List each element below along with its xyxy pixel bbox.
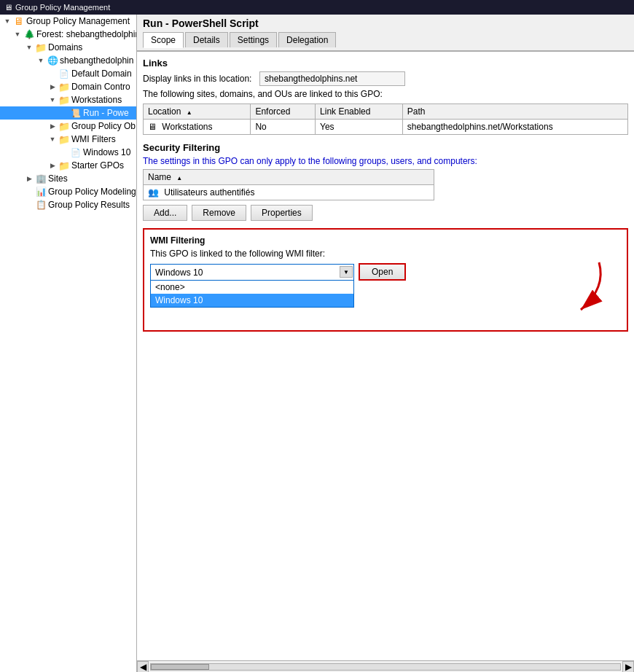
gpo-icon-default: 📄 (58, 68, 70, 79)
toggle-domains[interactable]: ▼ (23, 42, 35, 53)
security-buttons: Add... Remove Properties (143, 205, 628, 221)
wmi-option-windows10[interactable]: Windows 10 (151, 294, 353, 307)
toggle-run-power: ▶ (58, 107, 70, 119)
toggle-forest[interactable]: ▼ (12, 28, 23, 40)
folder-icon-wmi: 📁 (58, 133, 70, 145)
toggle-sites[interactable]: ▶ (23, 173, 35, 184)
display-links-value: shebangthedolphins.net (259, 71, 405, 86)
security-cell-name-text: Utilisateurs authentifiés (164, 187, 254, 198)
title-bar: 🖥 Group Policy Management (0, 0, 634, 15)
wmi-option-none[interactable]: <none> (151, 281, 353, 294)
security-cell-name: 👥 Utilisateurs authentifiés (144, 185, 434, 200)
toggle-workstations[interactable]: ▼ (47, 94, 58, 106)
open-button[interactable]: Open (359, 263, 406, 281)
security-section: Security Filtering The settings in this … (143, 142, 628, 221)
properties-button[interactable]: Properties (251, 205, 313, 221)
wmi-option-none-label: <none> (155, 282, 185, 292)
sidebar-label-domain-control: Domain Contro (71, 82, 130, 92)
main-container: ▼ 🖥 Group Policy Management ▼ 🌲 Forest: … (0, 15, 634, 672)
scrollbar-thumb[interactable] (151, 664, 209, 670)
remove-button[interactable]: Remove (192, 205, 246, 221)
domain-icon: 🌐 (47, 55, 58, 66)
sites-icon: 🏢 (35, 173, 47, 184)
col-location[interactable]: Location ▲ (144, 104, 251, 120)
toggle-domain1[interactable]: ▼ (35, 55, 47, 66)
sidebar-label-starter-gpos: Starter GPOs (71, 160, 124, 171)
sidebar-label-domains: Domains (48, 42, 82, 52)
sidebar-label-domain1: shebangthedolphin (60, 55, 133, 66)
table-row[interactable]: 🖥 Workstations No Yes shebangthedolphins… (144, 120, 628, 135)
wmi-note: This GPO is linked to the following WMI … (150, 249, 621, 259)
sidebar-label-gp-results: Group Policy Results (48, 200, 130, 210)
toggle-wmi-filters[interactable]: ▼ (47, 133, 58, 145)
sidebar-item-gp-results[interactable]: ▶ 📋 Group Policy Results (0, 198, 136, 211)
sidebar-item-default-domain[interactable]: ▶ 📄 Default Domain (0, 67, 136, 80)
sort-name-icon: ▲ (176, 175, 182, 181)
links-sub-note: The following sites, domains, and OUs ar… (143, 89, 628, 99)
col-name[interactable]: Name ▲ (144, 170, 434, 185)
security-title: Security Filtering (143, 142, 628, 153)
toggle-results: ▶ (23, 199, 35, 211)
toggle-gp-ob[interactable]: ▶ (47, 120, 58, 132)
security-table-row[interactable]: 👥 Utilisateurs authentifiés (144, 185, 434, 200)
col-path[interactable]: Path (402, 104, 627, 120)
tab-details[interactable]: Details (185, 32, 228, 47)
security-table-header: Name ▲ (144, 170, 434, 185)
sidebar-item-forest[interactable]: ▼ 🌲 Forest: shebangthedolphins (0, 28, 136, 41)
red-arrow-annotation (526, 259, 614, 324)
display-links-label: Display links in this location: (143, 74, 259, 84)
scrollbar-track[interactable] (150, 663, 621, 671)
toggle-default-domain: ▶ (47, 68, 58, 79)
content-body: Links Display links in this location: sh… (137, 51, 634, 660)
sidebar-item-domain-control[interactable]: ▶ 📁 Domain Contro (0, 80, 136, 93)
scroll-right-btn[interactable]: ▶ (622, 661, 634, 673)
toggle-domain-control[interactable]: ▶ (47, 81, 58, 93)
wmi-selected-value: Windows 10 (155, 267, 203, 278)
sidebar-label-windows10: Windows 10 (83, 147, 130, 157)
sidebar-label-workstations: Workstations (71, 95, 122, 105)
location-icon: 🖥 (148, 122, 157, 132)
domains-folder-icon: 📁 (35, 42, 47, 53)
tab-settings[interactable]: Settings (230, 32, 277, 47)
sidebar-item-sites[interactable]: ▶ 🏢 Sites (0, 172, 136, 185)
add-button[interactable]: Add... (143, 205, 187, 221)
gpm-icon: 🖥 (13, 15, 25, 27)
sidebar-item-gp-ob[interactable]: ▶ 📁 Group Policy Ob (0, 120, 136, 133)
sidebar-item-domain1[interactable]: ▼ 🌐 shebangthedolphin (0, 54, 136, 67)
wmi-option-windows10-label: Windows 10 (155, 295, 203, 305)
bottom-scrollbar[interactable]: ◀ ▶ (137, 660, 634, 672)
scroll-left-btn[interactable]: ◀ (137, 661, 149, 673)
sidebar-item-windows10[interactable]: ▶ 📄 Windows 10 (0, 146, 136, 159)
cell-enforced: No (251, 120, 316, 135)
cell-location: 🖥 Workstations (144, 120, 251, 135)
sidebar-label-gp-modeling: Group Policy Modeling (48, 187, 136, 197)
sidebar-item-workstations[interactable]: ▼ 📁 Workstations (0, 93, 136, 106)
sidebar-item-starter-gpos[interactable]: ▶ 📁 Starter GPOs (0, 159, 136, 172)
tab-scope[interactable]: Scope (143, 32, 184, 48)
wmi-dropdown-arrow-icon[interactable]: ▼ (340, 266, 353, 278)
sidebar-item-gp-modeling[interactable]: ▶ 📊 Group Policy Modeling (0, 185, 136, 198)
forest-icon: 🌲 (23, 28, 35, 40)
toggle-root[interactable]: ▼ (1, 15, 13, 27)
users-icon: 👥 (148, 187, 159, 198)
sidebar-label-sites: Sites (48, 173, 68, 184)
col-location-label: Location (148, 106, 181, 117)
content-header: Run - PowerShell Script Scope Details Se… (137, 15, 634, 51)
gpo-icon-win10: 📄 (70, 146, 82, 158)
sidebar-item-run-power[interactable]: ▶ 📜 Run - Powe (0, 106, 136, 120)
sidebar-item-domains[interactable]: ▼ 📁 Domains (0, 41, 136, 54)
sidebar-item-wmi-filters[interactable]: ▼ 📁 WMI Filters (0, 133, 136, 146)
toggle-starter-gpos[interactable]: ▶ (47, 160, 58, 171)
sidebar-label-default-domain: Default Domain (71, 69, 132, 79)
wmi-select-display[interactable]: Windows 10 ▼ (150, 264, 354, 280)
links-table: Location ▲ Enforced Link Enabled Path (143, 103, 628, 135)
col-enforced[interactable]: Enforced (251, 104, 316, 120)
wmi-select-container: Windows 10 ▼ <none> Windows 10 (150, 264, 354, 280)
security-note: The settings in this GPO can only apply … (143, 156, 628, 166)
results-icon: 📋 (35, 199, 47, 211)
sidebar-label-run-power: Run - Powe (83, 108, 129, 118)
folder-icon-starter: 📁 (58, 160, 70, 171)
col-link-enabled[interactable]: Link Enabled (316, 104, 403, 120)
tab-delegation[interactable]: Delegation (278, 32, 336, 47)
sidebar-item-root[interactable]: ▼ 🖥 Group Policy Management (0, 15, 136, 28)
